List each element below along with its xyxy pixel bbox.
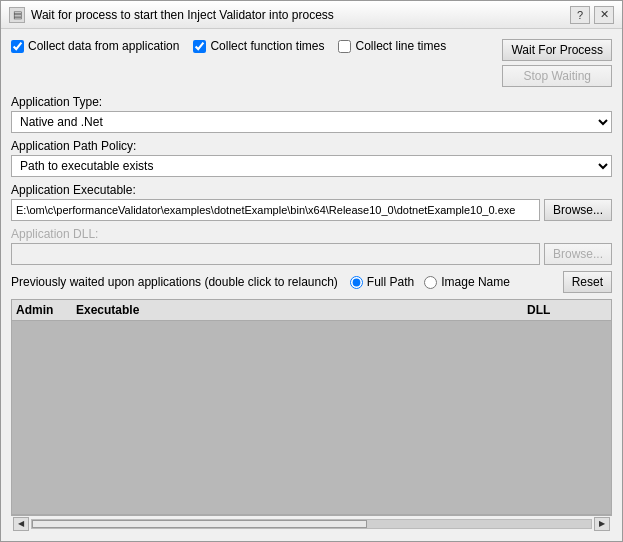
application-executable-section: Application Executable: Browse... [11, 183, 612, 221]
image-name-label: Image Name [441, 275, 510, 289]
collect-function-times-label: Collect function times [210, 39, 324, 53]
title-bar-buttons: ? ✕ [570, 6, 614, 24]
previously-waited-row: Previously waited upon applications (dou… [11, 271, 612, 293]
application-path-policy-select[interactable]: Path to executable exists Image name onl… [11, 155, 612, 177]
scroll-track[interactable] [31, 519, 592, 529]
collect-data-checkbox[interactable] [11, 40, 24, 53]
help-button[interactable]: ? [570, 6, 590, 24]
collect-data-checkbox-label[interactable]: Collect data from application [11, 39, 179, 53]
full-path-radio-label[interactable]: Full Path [350, 275, 414, 289]
previously-waited-table: Admin Executable DLL [11, 299, 612, 515]
application-type-section: Application Type: Native and .Net Native… [11, 95, 612, 133]
image-name-radio-label[interactable]: Image Name [424, 275, 510, 289]
table-body [12, 321, 611, 514]
application-dll-label: Application DLL: [11, 227, 612, 241]
top-row: Collect data from application Collect fu… [11, 39, 612, 87]
application-executable-row: Browse... [11, 199, 612, 221]
application-dll-section: Application DLL: Browse... [11, 227, 612, 265]
collect-data-label: Collect data from application [28, 39, 179, 53]
close-button[interactable]: ✕ [594, 6, 614, 24]
scroll-right-arrow[interactable]: ▶ [594, 517, 610, 531]
application-type-row: Native and .Net Native .Net [11, 111, 612, 133]
application-type-label: Application Type: [11, 95, 612, 109]
collect-function-times-checkbox-label[interactable]: Collect function times [193, 39, 324, 53]
application-dll-row: Browse... [11, 243, 612, 265]
full-path-label: Full Path [367, 275, 414, 289]
browse-executable-button[interactable]: Browse... [544, 199, 612, 221]
title-bar: ▤ Wait for process to start then Inject … [1, 1, 622, 29]
table-col-dll: DLL [527, 303, 607, 317]
application-executable-input[interactable] [11, 199, 540, 221]
table-col-admin: Admin [16, 303, 76, 317]
table-header: Admin Executable DLL [12, 300, 611, 321]
table-col-executable: Executable [76, 303, 527, 317]
dialog-title: Wait for process to start then Inject Va… [31, 8, 570, 22]
browse-dll-button[interactable]: Browse... [544, 243, 612, 265]
checkboxes-row: Collect data from application Collect fu… [11, 39, 494, 53]
radio-group: Full Path Image Name [350, 275, 510, 289]
application-dll-input[interactable] [11, 243, 540, 265]
previously-waited-label: Previously waited upon applications (dou… [11, 275, 338, 289]
application-path-policy-row: Path to executable exists Image name onl… [11, 155, 612, 177]
collect-line-times-checkbox-label[interactable]: Collect line times [338, 39, 446, 53]
full-path-radio[interactable] [350, 276, 363, 289]
application-path-policy-label: Application Path Policy: [11, 139, 612, 153]
dialog-content: Collect data from application Collect fu… [1, 29, 622, 541]
scroll-left-arrow[interactable]: ◀ [13, 517, 29, 531]
application-path-policy-section: Application Path Policy: Path to executa… [11, 139, 612, 177]
app-icon: ▤ [9, 7, 25, 23]
checkboxes-area: Collect data from application Collect fu… [11, 39, 494, 53]
application-executable-label: Application Executable: [11, 183, 612, 197]
collect-function-times-checkbox[interactable] [193, 40, 206, 53]
action-buttons: Wait For Process Stop Waiting [502, 39, 612, 87]
collect-line-times-label: Collect line times [355, 39, 446, 53]
reset-btn-wrap: Reset [563, 271, 612, 293]
collect-line-times-checkbox[interactable] [338, 40, 351, 53]
horizontal-scrollbar: ◀ ▶ [11, 515, 612, 531]
dialog-window: ▤ Wait for process to start then Inject … [0, 0, 623, 542]
wait-for-process-button[interactable]: Wait For Process [502, 39, 612, 61]
application-type-select[interactable]: Native and .Net Native .Net [11, 111, 612, 133]
reset-button[interactable]: Reset [563, 271, 612, 293]
stop-waiting-button[interactable]: Stop Waiting [502, 65, 612, 87]
scroll-thumb[interactable] [32, 520, 367, 528]
image-name-radio[interactable] [424, 276, 437, 289]
